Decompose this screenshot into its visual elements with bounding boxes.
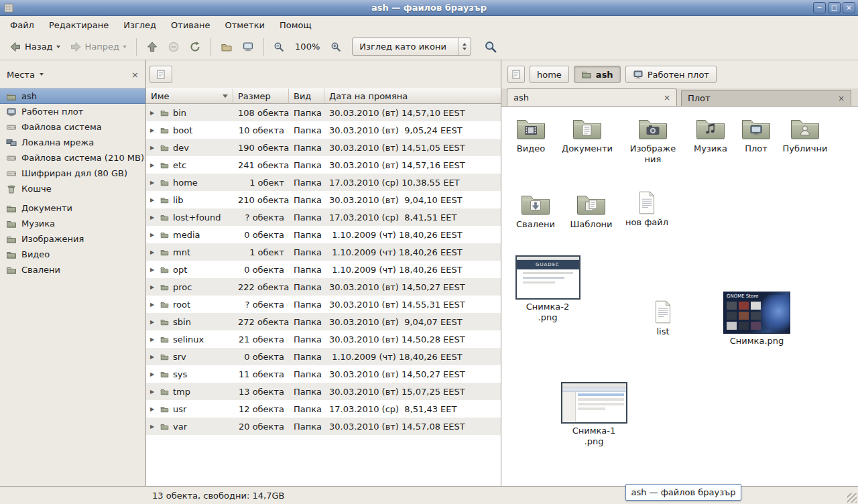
table-row[interactable]: ▶ lib 210 обекта Папка 30.03.2010 (вт) 9… (146, 191, 501, 208)
stop-button[interactable] (164, 38, 184, 56)
icon-item-snimka[interactable]: GNOME Store Снимка.png (723, 292, 790, 346)
table-row[interactable]: ▶ proc 222 обекта Папка 30.03.2010 (вт) … (146, 278, 501, 296)
menu-file[interactable]: Файл (3, 18, 42, 32)
resize-grip[interactable] (847, 493, 857, 503)
expander-icon[interactable]: ▶ (150, 267, 156, 273)
menu-bookmarks[interactable]: Отметки (217, 18, 271, 32)
table-row[interactable]: ▶ boot 10 обекта Папка 30.03.2010 (вт) 9… (146, 121, 501, 139)
sidebar-item[interactable]: Файлова система (0, 119, 145, 135)
sidebar-item[interactable]: Файлова система (210 MB) (0, 150, 145, 166)
sidebar-item[interactable]: Видео (0, 247, 145, 262)
location-toggle-button[interactable] (149, 66, 172, 83)
table-row[interactable]: ▶ home 1 обект Папка 17.03.2010 (ср) 10,… (146, 174, 501, 191)
table-row[interactable]: ▶ usr 12 обекта Папка 17.03.2010 (ср) 8,… (146, 400, 501, 418)
sidebar-item[interactable]: Работен плот (0, 104, 145, 119)
expander-icon[interactable]: ▶ (150, 302, 156, 308)
table-row[interactable]: ▶ media 0 обекта Папка 1.10.2009 (чт) 18… (146, 226, 501, 243)
expander-icon[interactable]: ▶ (150, 232, 156, 238)
table-row[interactable]: ▶ selinux 21 обекта Папка 30.03.2010 (вт… (146, 330, 501, 348)
search-button[interactable] (482, 38, 499, 56)
table-row[interactable]: ▶ srv 0 обекта Папка 1.10.2009 (чт) 18,4… (146, 348, 501, 365)
sidebar-item[interactable]: Музика (0, 216, 145, 231)
table-row[interactable]: ▶ sbin 272 обекта Папка 30.03.2010 (вт) … (146, 313, 501, 330)
expander-icon[interactable]: ▶ (150, 180, 156, 186)
computer-button[interactable] (238, 38, 258, 56)
tab-plot[interactable]: Плот × (681, 90, 851, 106)
sidebar-item[interactable]: Кошче (0, 181, 145, 196)
column-header-size[interactable]: Размер (233, 88, 289, 104)
icon-item-desktop[interactable]: Плот (728, 115, 784, 154)
home-folder-button[interactable] (217, 38, 237, 56)
expander-icon[interactable]: ▶ (150, 354, 156, 360)
combo-spinner[interactable] (458, 38, 471, 55)
expander-icon[interactable]: ▶ (150, 319, 156, 325)
back-button[interactable]: Назад (5, 38, 64, 56)
menu-edit[interactable]: Редактиране (42, 18, 116, 32)
expander-icon[interactable]: ▶ (150, 162, 156, 168)
expander-icon[interactable]: ▶ (150, 371, 156, 377)
close-sidebar-button[interactable]: × (131, 70, 139, 80)
location-toggle-button[interactable] (507, 66, 525, 83)
menu-go[interactable]: Отиване (164, 18, 217, 32)
maximize-button[interactable]: □ (828, 2, 841, 13)
table-row[interactable]: ▶ bin 108 обекта Папка 30.03.2010 (вт) 1… (146, 104, 501, 121)
icon-item-new-file[interactable]: нов файл (619, 190, 675, 228)
table-row[interactable]: ▶ sys 11 обекта Папка 30.03.2010 (вт) 14… (146, 365, 501, 383)
places-selector[interactable]: Места (7, 70, 44, 80)
expander-icon[interactable]: ▶ (150, 406, 156, 412)
back-history-dropdown-icon[interactable] (56, 46, 60, 48)
sidebar-item[interactable]: ash (0, 88, 145, 104)
table-row[interactable]: ▶ opt 0 обекта Папка 1.10.2009 (чт) 18,4… (146, 261, 501, 278)
icon-item-images[interactable]: Изображения (625, 115, 681, 164)
table-row[interactable]: ▶ var 20 обекта Папка 30.03.2010 (вт) 14… (146, 418, 501, 435)
expander-icon[interactable]: ▶ (150, 389, 156, 395)
sidebar-item[interactable]: Свалени (0, 262, 145, 277)
reload-button[interactable] (185, 38, 205, 56)
sidebar-item[interactable]: Локална мрежа (0, 135, 145, 150)
expander-icon[interactable]: ▶ (150, 110, 156, 116)
icon-item-public[interactable]: Публични (777, 115, 833, 154)
expander-icon[interactable]: ▶ (150, 127, 156, 133)
icon-item-downloads[interactable]: Свалени (507, 190, 564, 230)
table-row[interactable]: ▶ dev 190 обекта Папка 30.03.2010 (вт) 1… (146, 139, 501, 156)
expander-icon[interactable]: ▶ (150, 197, 156, 203)
icon-item-snimka1[interactable]: Снимка-1.png (560, 382, 627, 446)
sidebar-item[interactable]: Изображения (0, 231, 145, 247)
up-button[interactable] (142, 38, 162, 56)
breadcrumb-desktop[interactable]: Работен плот (625, 66, 717, 83)
column-header-name[interactable]: Име (146, 88, 233, 104)
icon-item-video[interactable]: Видео (503, 115, 559, 154)
sidebar-item[interactable]: Шифриран дял (80 GB) (0, 166, 145, 181)
forward-button[interactable]: Напред (66, 38, 131, 56)
minimize-button[interactable]: − (813, 2, 826, 13)
breadcrumb-home[interactable]: home (530, 66, 569, 83)
icon-item-documents[interactable]: Документи (559, 115, 615, 154)
column-header-type[interactable]: Вид (289, 88, 324, 104)
tab-ash[interactable]: ash × (507, 88, 677, 106)
view-mode-select[interactable]: Изглед като икони (352, 38, 471, 56)
table-row[interactable]: ▶ mnt 1 обект Папка 1.10.2009 (чт) 18,40… (146, 243, 501, 261)
expander-icon[interactable]: ▶ (150, 424, 156, 430)
close-tab-icon[interactable]: × (664, 93, 670, 103)
menu-help[interactable]: Помощ (272, 18, 319, 32)
icon-item-snimka2[interactable]: GUADEC Снимка-2.png (514, 255, 581, 322)
expander-icon[interactable]: ▶ (150, 249, 156, 255)
zoom-out-button[interactable] (269, 39, 288, 55)
expander-icon[interactable]: ▶ (150, 336, 156, 342)
table-row[interactable]: ▶ tmp 13 обекта Папка 30.03.2010 (вт) 15… (146, 383, 501, 400)
table-row[interactable]: ▶ lost+found ? обекта Папка 17.03.2010 (… (146, 208, 501, 226)
close-button[interactable]: × (843, 2, 855, 13)
breadcrumb-ash[interactable]: ash (574, 66, 621, 83)
icon-item-templates[interactable]: Шаблони (563, 190, 619, 230)
expander-icon[interactable]: ▶ (150, 214, 156, 220)
column-header-date[interactable]: Дата на промяна (324, 88, 501, 104)
sidebar-item[interactable]: Документи (0, 200, 145, 216)
icon-item-list[interactable]: list (635, 300, 691, 337)
menu-view[interactable]: Изглед (116, 18, 164, 32)
table-row[interactable]: ▶ etc 241 обекта Папка 30.03.2010 (вт) 1… (146, 156, 501, 174)
zoom-in-button[interactable] (326, 39, 345, 55)
close-tab-icon[interactable]: × (838, 94, 845, 103)
expander-icon[interactable]: ▶ (150, 284, 156, 290)
table-row[interactable]: ▶ root ? обекта Папка 30.03.2010 (вт) 14… (146, 296, 501, 313)
expander-icon[interactable]: ▶ (150, 145, 156, 151)
